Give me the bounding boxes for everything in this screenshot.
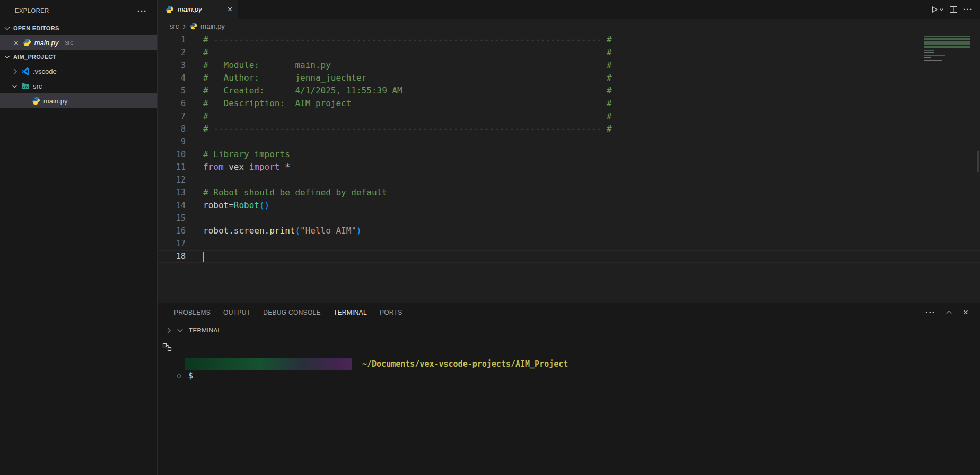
tab-ports[interactable]: PORTS: [377, 303, 406, 322]
code-line-3[interactable]: 3# Module: main.py #: [158, 59, 980, 72]
chevron-down-icon: [4, 54, 11, 60]
code-line-16[interactable]: 16robot.screen.print("Hello AIM"): [158, 224, 980, 237]
minimap-line: [924, 42, 970, 44]
line-text: # Created: 4/1/2025, 11:55:39 AM #: [203, 84, 612, 97]
line-number: 8: [158, 123, 186, 135]
open-editor-file-name: main.py: [34, 39, 59, 47]
breadcrumb-folder[interactable]: src: [170, 22, 179, 30]
terminal-prompt: $: [185, 371, 193, 381]
minimap-line: [924, 38, 970, 39]
line-number: 15: [158, 212, 186, 224]
tab-terminal[interactable]: TERMINAL: [330, 303, 370, 322]
chevron-down-icon: [12, 83, 18, 89]
code-line-15[interactable]: 15: [158, 212, 980, 224]
terminal-line-cwd: ~/Documents/vex-vscode-projects/AIM_Proj…: [185, 358, 980, 370]
tree-item-label: .vscode: [33, 67, 57, 75]
line-text: # Author: jenna_juechter #: [203, 72, 612, 84]
minimap-line: [924, 55, 945, 56]
editor-group: main.py × ··· src main.py: [158, 0, 980, 475]
terminal-profile-icon[interactable]: [162, 342, 172, 354]
code-line-1[interactable]: 1# -------------------------------------…: [158, 33, 980, 46]
tab-mainpy[interactable]: main.py ×: [158, 0, 238, 19]
open-editors-header[interactable]: OPEN EDITORS: [0, 21, 158, 35]
tab-problems[interactable]: PROBLEMS: [171, 303, 214, 322]
code-line-6[interactable]: 6# Description: AIM project #: [158, 97, 980, 110]
code-editor[interactable]: 1# -------------------------------------…: [158, 33, 980, 303]
code-line-14[interactable]: 14robot=Robot(): [158, 199, 980, 212]
editor-scrollbar[interactable]: [977, 151, 979, 172]
chevron-right-icon[interactable]: [165, 327, 172, 333]
minimap-line: [924, 39, 970, 40]
line-number: 17: [158, 237, 186, 250]
line-text: # Description: AIM project #: [203, 97, 612, 110]
tab-label: main.py: [178, 5, 224, 13]
code-line-2[interactable]: 2# #: [158, 46, 980, 59]
minimap-line: [924, 36, 970, 37]
code-line-12[interactable]: 12: [158, 174, 980, 186]
chevron-right-icon: [182, 24, 187, 29]
code-line-18[interactable]: 18: [158, 250, 980, 263]
minimap-line: [924, 50, 934, 51]
line-number: 16: [158, 224, 186, 237]
vscode-window: EXPLORER ··· OPEN EDITORS × main.py src …: [0, 0, 980, 475]
code-line-17[interactable]: 17: [158, 237, 980, 250]
editor-tab-bar: main.py × ···: [158, 0, 980, 19]
line-number: 5: [158, 84, 186, 97]
line-number: 2: [158, 46, 186, 59]
code-line-11[interactable]: 11from vex import *: [158, 161, 980, 174]
editor-actions: ···: [930, 0, 980, 19]
code-line-8[interactable]: 8# -------------------------------------…: [158, 123, 980, 135]
code-line-7[interactable]: 7# #: [158, 110, 980, 123]
code-line-4[interactable]: 4# Author: jenna_juechter #: [158, 72, 980, 84]
minimap-line: [924, 46, 970, 47]
text-cursor: [203, 252, 204, 262]
line-text: robot=Robot(): [203, 199, 269, 212]
line-number: 6: [158, 97, 186, 110]
line-number: 7: [158, 110, 186, 123]
line-text: # Robot should be defined by default: [203, 186, 387, 199]
editor-more-icon[interactable]: ···: [963, 5, 973, 14]
chevron-down-icon: [939, 7, 944, 12]
terminal-output: ~/Documents/vex-vscode-projects/AIM_Proj…: [185, 358, 980, 382]
code-line-10[interactable]: 10# Library imports: [158, 148, 980, 161]
panel-actions: ··· ×: [925, 307, 980, 318]
tree-item-vscode-folder[interactable]: .vscode: [0, 64, 158, 79]
code-line-9[interactable]: 9: [158, 135, 980, 148]
minimap-line: [924, 44, 970, 45]
panel-close-icon[interactable]: ×: [963, 307, 968, 318]
split-editor-icon[interactable]: [949, 5, 958, 14]
code-line-5[interactable]: 5# Created: 4/1/2025, 11:55:39 AM #: [158, 84, 980, 97]
line-number: 18: [158, 250, 186, 263]
code-area: 1# -------------------------------------…: [158, 33, 980, 303]
python-file-icon: [190, 22, 197, 30]
run-button[interactable]: [930, 5, 944, 14]
line-number: 9: [158, 135, 186, 148]
open-editor-item-mainpy[interactable]: × main.py src: [0, 35, 158, 50]
command-decoration-icon[interactable]: ○: [177, 372, 181, 379]
python-file-icon: [165, 5, 174, 14]
minimap[interactable]: [924, 36, 975, 65]
terminal-section-header[interactable]: TERMINAL: [158, 322, 980, 338]
terminal-prompt-gradient: [185, 358, 352, 370]
line-number: 14: [158, 199, 186, 212]
tree-item-mainpy[interactable]: main.py: [0, 93, 158, 108]
panel-more-icon[interactable]: ···: [925, 308, 935, 317]
minimap-line: [924, 47, 970, 48]
vscode-folder-icon: [21, 67, 30, 75]
tab-output[interactable]: OUTPUT: [220, 303, 253, 322]
breadcrumb-file[interactable]: main.py: [200, 22, 225, 30]
tree-item-src-folder[interactable]: src: [0, 79, 158, 93]
tab-debug-console[interactable]: DEBUG CONSOLE: [260, 303, 324, 322]
line-text: # --------------------------------------…: [203, 33, 612, 46]
terminal-line-prompt[interactable]: ○ $: [185, 370, 980, 382]
code-line-13[interactable]: 13# Robot should be defined by default: [158, 186, 980, 199]
terminal[interactable]: ~/Documents/vex-vscode-projects/AIM_Proj…: [158, 338, 980, 475]
python-file-icon: [32, 97, 40, 105]
explorer-more-icon[interactable]: ···: [137, 6, 147, 15]
project-section-header[interactable]: AIM_PROJECT: [0, 50, 158, 64]
panel-maximize-icon[interactable]: [946, 309, 952, 316]
tab-close-icon[interactable]: ×: [228, 5, 232, 14]
panel-tab-bar: PROBLEMS OUTPUT DEBUG CONSOLE TERMINAL P…: [158, 303, 980, 322]
close-icon[interactable]: ×: [14, 39, 19, 47]
explorer-header: EXPLORER ···: [0, 0, 158, 21]
